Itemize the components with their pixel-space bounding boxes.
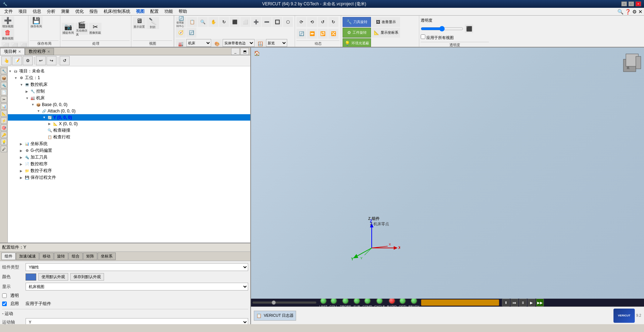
transparent-checkbox[interactable] [2,293,7,298]
dyn8-button[interactable]: 🔀 [328,29,338,39]
menu-file[interactable]: 文件 [1,8,16,15]
tree-undo-button[interactable]: ↩ [36,56,46,65]
tree-item-machine[interactable]: ▼ 🏭 机床 [8,95,250,101]
dyn4-button[interactable]: ↻ [328,17,338,27]
dyn2-button[interactable]: ⟲ [307,17,317,27]
layout-1[interactable]: ⬜ [1,42,10,48]
config-tab-matrix[interactable]: 矩阵 [83,253,97,260]
dyn6-button[interactable]: ⏩ [307,29,317,39]
layout-2[interactable]: ⬜ [10,42,19,48]
change-display-button[interactable]: 🖼 改善显示 [372,17,400,27]
zoom-out-button[interactable]: ➖ [262,17,272,27]
progress-thumb[interactable] [272,300,276,305]
sidebar-icon-12[interactable]: 🖊 [1,146,7,152]
sidebar-icon-7[interactable]: 📐 [1,110,7,117]
pan-button[interactable]: ✋ [208,17,218,27]
color-swatch[interactable] [26,273,36,281]
delete-view-button[interactable]: 🗑 删除视图 [1,29,14,41]
machine-icon[interactable]: 🏭 [176,39,186,48]
save-layout-button[interactable]: 💾 保存布局 [30,16,43,28]
home-icon[interactable]: 🏠 [254,50,260,56]
rotate-button[interactable]: ↻ [219,17,229,27]
search-icon[interactable]: 🔍 [617,9,623,15]
tree-item-workpiece[interactable]: ▼ ⚙ 工位：1 [8,74,250,81]
sidebar-icon-4[interactable]: 📄 [1,89,7,95]
float-panel-button[interactable]: ⬒ [240,48,249,55]
tree-item-tool[interactable]: ▶ 🔩 加工刀具 [8,154,250,161]
tab-nc-program[interactable]: 数控程序 ✕ [25,48,54,55]
no-animation-button[interactable]: 🎬 无动画仿真 [75,23,88,35]
component-type-select[interactable]: Y轴性 [26,263,248,271]
tree-item-travel-check[interactable]: 📋 检查行程 [8,134,250,140]
ambient-occlusion-button[interactable]: 💡 环境光遮蔽 [343,38,371,48]
menu-info[interactable]: 信息 [30,8,44,15]
tree-item-coord-system[interactable]: ▶ 📊 坐标系统 [8,140,250,147]
image-cut-button[interactable]: ✂ 图像剪裁 [89,23,102,35]
machine-select[interactable]: 机床 [186,39,211,47]
dyn7-button[interactable]: 🔁 [318,29,328,39]
sidebar-icon-5[interactable]: ✂ [1,96,7,103]
dyn5-button[interactable]: 🔄 [296,29,306,39]
orient-button[interactable]: 🧭 [176,28,186,38]
viewport-3d[interactable]: 底 🏠 [251,48,644,299]
sidebar-icon-2[interactable]: 📦 [1,75,7,81]
sidebar-icon-1[interactable]: 🔧 [1,68,7,74]
close-nc-program-tab[interactable]: ✕ [47,50,50,54]
sidebar-icon-11[interactable]: 💡 [1,139,7,145]
tree-select-button[interactable]: 👆 [1,56,11,65]
apply-all-views-checkbox[interactable] [421,34,425,39]
play-button[interactable]: ▶ [528,299,535,306]
tree-item-project[interactable]: ▼ 🗂 项目：未命名 [8,68,250,74]
minimize-button[interactable]: − [621,1,627,6]
dyn1-button[interactable]: ⟳ [296,17,306,27]
fit2-button[interactable]: ⬜ [240,17,250,27]
zoom-in-button[interactable]: ➕ [251,17,261,27]
reverse-button[interactable]: 🔃 [186,28,196,38]
tree-item-save-process[interactable]: ▶ 💾 保存过程文件 [8,174,250,181]
menu-function[interactable]: 功能 [162,8,176,15]
use-default-appearance-button[interactable]: 使用默认外观 [38,273,68,281]
config-tab-move[interactable]: 移动 [39,253,54,260]
fast-forward-button[interactable]: ▶▶ [536,299,544,306]
save-default-appearance-button[interactable]: 保存到默认外观 [70,273,104,281]
menu-view[interactable]: 视图 [133,8,147,15]
tree-item-control[interactable]: ▶ 🔧 控制 [8,88,250,95]
solid-color-select[interactable]: 实体带着色边 [223,39,255,47]
view3-button[interactable]: 🔲 [272,17,282,27]
pause-button[interactable]: ⏸ [519,299,527,306]
upload-button[interactable]: ⬆ [502,299,510,306]
properties-button[interactable]: 📋 [187,17,197,27]
tree-item-g-offset[interactable]: ▶ ⚙ G-代码偏置 [8,147,250,154]
zoom-button[interactable]: 🔍 [198,17,208,27]
tree-item-collision-check[interactable]: 🔍 检查碰撞 [8,127,250,134]
tree-refresh-button[interactable]: ↺ [60,56,70,65]
ortho-button[interactable]: ⬡ [283,17,293,27]
rewind-button[interactable]: ⏮ [511,299,518,306]
new-view-select[interactable]: 新览 [266,39,287,47]
help-icon[interactable]: ❓ [625,9,631,15]
display-settings-button[interactable]: 🖥 显示设置 [133,17,146,29]
part-rotate-button[interactable]: ⚙ 工件旋转 [343,28,371,38]
menu-analysis[interactable]: 分析 [44,8,58,15]
tree-item-nc-program[interactable]: ▶ 📄 数控程序 [8,161,250,167]
menu-report[interactable]: 报告 [87,8,101,15]
transparency-max-button[interactable]: ⬛ [465,24,473,33]
tree-item-cnc[interactable]: ▼ 💻 数控机床 [8,81,250,88]
use-rotation-center-button[interactable]: 🔄 使用旋转中心 [176,17,186,27]
cut-button[interactable]: 🔪 剖切 [146,17,159,29]
new-view-button[interactable]: 🪟 [255,39,265,48]
tree-item-y[interactable]: ▼ 🔄 Y (0, 0, 0) [8,114,250,121]
sidebar-icon-6[interactable]: 📊 [1,103,7,110]
minimize-panel-button[interactable]: _ [231,48,240,55]
sidebar-icon-3[interactable]: 🔩 [1,82,7,88]
add-view-button[interactable]: ➕ 增加视图 [1,16,14,28]
tree-item-attach[interactable]: ▼ 🔗 Attach (0, 0, 0) [8,108,250,114]
maximize-button[interactable]: □ [628,1,634,6]
config-tab-combine[interactable]: 组合 [69,253,83,260]
dyn3-button[interactable]: ↺ [318,17,328,27]
menu-machine[interactable]: 机床/控制系统 [101,8,133,15]
tree-item-base[interactable]: ▼ 📦 Base (0, 0, 0) [8,101,250,108]
tool-rotate-button[interactable]: 🔧 刀具旋转 [343,17,371,27]
display-coords-button[interactable]: 📐 显示坐标系 [372,28,400,38]
transparency-slider[interactable] [421,26,463,32]
